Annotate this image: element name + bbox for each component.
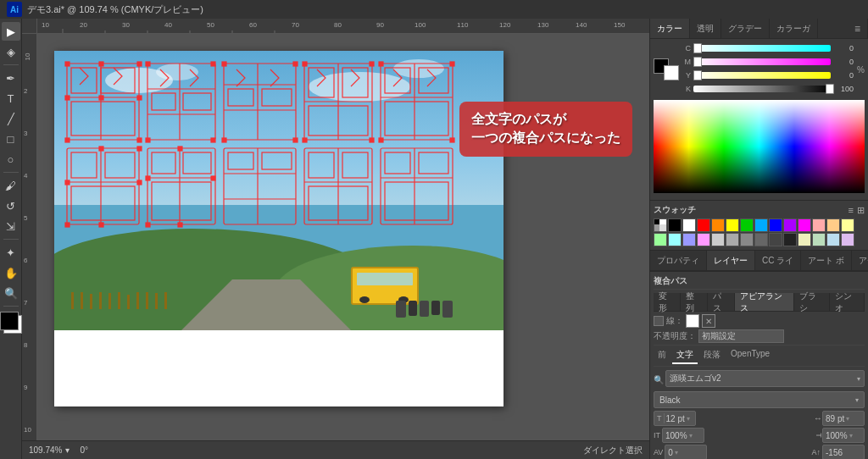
- font-size-box[interactable]: T 12 pt ▾: [654, 411, 696, 426]
- swatch-magenta[interactable]: [798, 218, 811, 232]
- swatch-sage[interactable]: [812, 233, 826, 246]
- stroke-color-swatch[interactable]: [686, 314, 699, 328]
- zoom-tool[interactable]: 🔍: [2, 284, 20, 302]
- panel-menu-btn[interactable]: ≡: [848, 19, 868, 38]
- cmyk-m-thumb[interactable]: [693, 57, 702, 67]
- text-tab-prev[interactable]: 前: [654, 347, 670, 364]
- type-tool[interactable]: T: [2, 89, 20, 108]
- scale-h-box[interactable]: 100% ▾: [662, 428, 704, 443]
- brush-tab[interactable]: ブラシ: [794, 293, 830, 311]
- gradient-tab[interactable]: グラデー: [721, 19, 770, 38]
- text-tab-opentype[interactable]: OpenType: [726, 347, 774, 364]
- font-height-box[interactable]: 89 pt ▾: [822, 411, 865, 426]
- swatch-red[interactable]: [697, 218, 710, 232]
- cmyk-k-slider[interactable]: [693, 86, 831, 92]
- layers-tab[interactable]: レイヤー: [707, 251, 755, 270]
- assets-tab[interactable]: アセット: [852, 251, 868, 270]
- swatch-darkgray[interactable]: [754, 233, 768, 246]
- swatch-lightcyan[interactable]: [668, 233, 682, 246]
- font-family-name: 源暎エムゴv2: [670, 373, 857, 384]
- canvas-white-area: [54, 330, 504, 406]
- font-family-selector[interactable]: 源暎エムゴv2 ▾: [665, 370, 865, 387]
- spectrum-picker[interactable]: [654, 100, 865, 193]
- rotate-tool[interactable]: ↺: [2, 196, 20, 215]
- swatch-blue[interactable]: [769, 218, 782, 232]
- baseline-box[interactable]: -156: [822, 445, 865, 459]
- swatch-yellow[interactable]: [726, 218, 739, 232]
- artboards-tab[interactable]: アート ボ: [801, 251, 852, 270]
- eyedropper-tool[interactable]: ✦: [2, 243, 20, 262]
- tracking-dropdown: ▾: [675, 449, 678, 456]
- cmyk-y-slider[interactable]: [693, 72, 831, 79]
- properties-tab[interactable]: プロパティ: [650, 251, 707, 270]
- swatch-tan[interactable]: [798, 233, 811, 246]
- path-tab[interactable]: パス: [708, 293, 735, 311]
- line-tool[interactable]: ╱: [2, 109, 20, 128]
- swatch-white[interactable]: [682, 218, 696, 232]
- rect-tool[interactable]: □: [2, 130, 20, 148]
- color-guide-tab[interactable]: カラーガ: [770, 19, 818, 38]
- swatch-nearblack[interactable]: [783, 233, 797, 246]
- tracking-box[interactable]: 0 ▾: [665, 445, 707, 459]
- swatch-multicolor[interactable]: [654, 218, 667, 232]
- hand-tool[interactable]: ✋: [2, 263, 20, 282]
- cmyk-y-thumb[interactable]: [693, 70, 702, 80]
- stroke-none-btn[interactable]: ✕: [702, 314, 715, 328]
- align-tab[interactable]: 整列: [681, 293, 708, 311]
- appearance-tab[interactable]: アピアランス: [735, 293, 794, 311]
- font-style-selector[interactable]: Black ▾: [654, 391, 865, 408]
- swatch-lightgray[interactable]: [711, 233, 725, 246]
- color-tab[interactable]: カラー: [650, 19, 690, 38]
- swatch-orange[interactable]: [711, 218, 725, 232]
- scale-tool[interactable]: ⇲: [2, 217, 20, 235]
- text-tab-para[interactable]: 段落: [699, 347, 725, 364]
- swatch-cyan[interactable]: [754, 218, 768, 232]
- pen-tool[interactable]: ✒: [2, 69, 20, 87]
- cmyk-m-slider[interactable]: [693, 58, 831, 65]
- transform-tab[interactable]: 変形: [654, 293, 681, 311]
- cmyk-c-slider[interactable]: [693, 45, 831, 52]
- swatch-purple[interactable]: [783, 218, 797, 232]
- transparency-tab[interactable]: 透明: [690, 19, 721, 38]
- foreground-color[interactable]: [0, 312, 19, 330]
- cmyk-k-label: K: [682, 85, 691, 93]
- swatch-gray[interactable]: [740, 233, 754, 246]
- baseline-icon: A↑: [811, 448, 821, 456]
- symbol-tab[interactable]: シンオ: [830, 293, 865, 311]
- zoom-display[interactable]: 109.74% ▾: [29, 445, 70, 455]
- swatch-powder[interactable]: [826, 233, 840, 246]
- cmyk-c-label: C: [682, 44, 691, 53]
- swatch-darkergray[interactable]: [769, 233, 782, 246]
- swatch-lightred[interactable]: [812, 218, 826, 232]
- swatch-lightblue[interactable]: [682, 233, 696, 246]
- swatch-green[interactable]: [740, 218, 754, 232]
- swatch-lightmagenta[interactable]: [697, 233, 710, 246]
- font-name-row: 🔍 源暎エムゴv2 ▾: [654, 370, 865, 390]
- swatch-peach[interactable]: [826, 218, 840, 232]
- scale-v-box[interactable]: 100% ▾: [822, 428, 865, 443]
- bg-color-swatch[interactable]: [664, 65, 679, 80]
- tracking-wrapper: AV 0 ▾: [654, 445, 707, 459]
- swatch-lavender[interactable]: [841, 233, 854, 246]
- cmyk-k-thumb[interactable]: [826, 84, 834, 94]
- cc-libraries-tab[interactable]: CC ライ: [755, 251, 801, 270]
- selection-tool[interactable]: ▶: [2, 22, 20, 41]
- svg-text:7: 7: [24, 299, 28, 307]
- direct-selection-tool[interactable]: ◈: [2, 42, 20, 61]
- ellipse-tool[interactable]: ○: [2, 150, 20, 169]
- menu-bar[interactable]: Ai デモ3.ai* @ 109.74 % (CMYK/プレビュー): [0, 0, 868, 19]
- opacity-label: 不透明度：: [654, 330, 696, 342]
- text-tab-char[interactable]: 文字: [672, 347, 698, 364]
- opacity-value[interactable]: 初期設定: [698, 329, 784, 343]
- cmyk-c-thumb[interactable]: [693, 43, 702, 53]
- swatch-black[interactable]: [668, 218, 682, 232]
- swatch-lightgreen[interactable]: [654, 233, 667, 246]
- swatch-lightyellow[interactable]: [841, 218, 854, 232]
- paintbrush-tool[interactable]: 🖌: [2, 176, 20, 195]
- stroke-checkbox[interactable]: [654, 316, 664, 326]
- swatches-grid-view[interactable]: ⊞: [857, 205, 865, 216]
- scale-v-value: 100%: [826, 431, 848, 440]
- document-canvas: [54, 51, 504, 406]
- swatch-medgray[interactable]: [726, 233, 739, 246]
- swatches-list-view[interactable]: ≡: [849, 205, 854, 215]
